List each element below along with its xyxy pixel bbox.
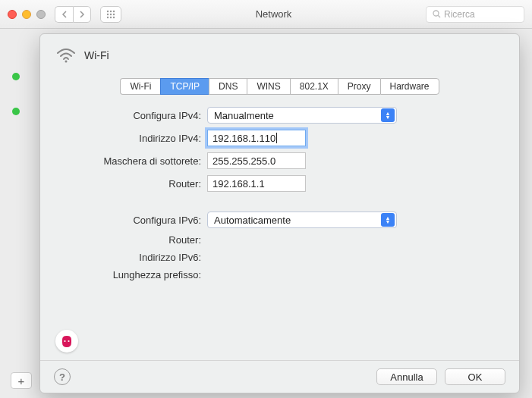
sidebar — [12, 73, 29, 143]
tab-tcpip[interactable]: TCP/IP — [160, 78, 209, 95]
svg-point-1 — [110, 10, 112, 11]
close-window-button[interactable] — [8, 10, 17, 19]
tab-bar: Wi-FiTCP/IPDNSWINS802.1XProxyHardware — [55, 78, 504, 95]
svg-point-12 — [64, 340, 65, 342]
svg-line-10 — [438, 15, 440, 17]
forward-button[interactable] — [73, 6, 91, 23]
connection-status-dot — [12, 108, 20, 115]
show-all-button[interactable] — [100, 6, 121, 23]
subnet-mask-input[interactable]: 255.255.255.0 — [207, 152, 306, 169]
advanced-sheet: Wi-Fi Wi-FiTCP/IPDNSWINS802.1XProxyHardw… — [39, 33, 520, 393]
tab-hardware[interactable]: Hardware — [380, 78, 439, 95]
tab-8021x[interactable]: 802.1X — [290, 78, 338, 95]
search-placeholder: Ricerca — [444, 9, 475, 20]
svg-point-13 — [68, 340, 69, 342]
svg-point-0 — [107, 10, 109, 11]
prefix-length-label: Lunghezza prefisso: — [86, 269, 207, 280]
window-title: Network — [127, 8, 420, 20]
add-service-button[interactable]: + — [11, 372, 32, 389]
window-toolbar: Network Ricerca — [0, 0, 532, 29]
ipv4-address-label: Indirizzo IPv4: — [86, 133, 207, 144]
back-button[interactable] — [55, 6, 73, 23]
configure-ipv4-select[interactable]: Manualmente ▲▼ — [207, 107, 397, 124]
minimize-window-button[interactable] — [22, 10, 31, 19]
svg-point-11 — [65, 61, 68, 63]
configure-ipv4-label: Configura IPv4: — [86, 110, 207, 121]
svg-point-2 — [113, 10, 115, 11]
subnet-mask-label: Maschera di sottorete: — [86, 155, 207, 167]
zoom-window-button[interactable] — [36, 10, 46, 19]
search-icon — [433, 10, 441, 18]
svg-point-3 — [107, 13, 109, 14]
ok-button[interactable]: OK — [445, 368, 505, 385]
chevron-updown-icon: ▲▼ — [381, 213, 395, 227]
wifi-icon — [55, 45, 77, 66]
svg-point-4 — [110, 13, 112, 14]
sheet-title: Wi-Fi — [84, 49, 109, 61]
traffic-lights — [8, 10, 46, 19]
configure-ipv6-label: Configura IPv6: — [86, 215, 207, 226]
ipv4-address-input[interactable]: 192.168.1.110 — [207, 130, 306, 146]
ipv6-address-label: Indirizzo IPv6: — [86, 252, 207, 263]
help-button[interactable]: ? — [54, 368, 71, 385]
app-badge-icon — [55, 330, 78, 353]
tab-proxy[interactable]: Proxy — [338, 78, 380, 95]
router-ipv6-label: Router: — [86, 234, 207, 246]
search-field[interactable]: Ricerca — [426, 6, 524, 23]
tab-wifi[interactable]: Wi-Fi — [120, 78, 160, 95]
svg-point-9 — [433, 11, 439, 16]
svg-point-5 — [113, 13, 115, 14]
connection-status-dot — [12, 73, 20, 80]
chevron-updown-icon: ▲▼ — [381, 108, 395, 122]
router-input[interactable]: 192.168.1.1 — [207, 175, 306, 192]
svg-point-7 — [110, 16, 112, 17]
svg-point-6 — [107, 16, 109, 17]
tab-wins[interactable]: WINS — [247, 78, 289, 95]
configure-ipv6-select[interactable]: Automaticamente ▲▼ — [207, 212, 397, 228]
svg-point-8 — [113, 16, 115, 17]
router-label: Router: — [86, 178, 207, 190]
cancel-button[interactable]: Annulla — [376, 368, 437, 385]
tab-dns[interactable]: DNS — [209, 78, 247, 95]
